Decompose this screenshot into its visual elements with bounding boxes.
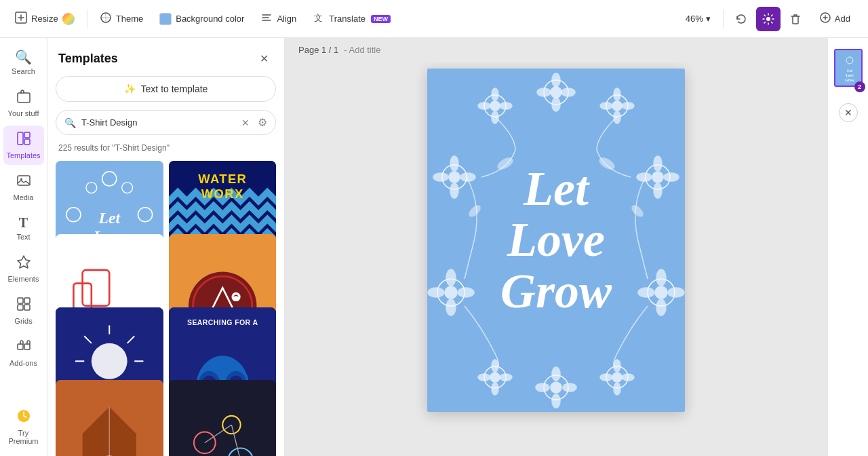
svg-point-88 bbox=[612, 101, 622, 111]
sidebar-item-your-stuff[interactable]: Your stuff bbox=[3, 83, 44, 123]
align-label: Align bbox=[277, 14, 296, 24]
svg-point-131 bbox=[552, 367, 560, 381]
svg-point-115 bbox=[638, 288, 654, 297]
sidebar-item-search[interactable]: 🔍 Search bbox=[3, 43, 44, 81]
text-to-template-button[interactable]: ✨ Text to template bbox=[56, 76, 276, 102]
svg-point-128 bbox=[622, 374, 634, 381]
search-bar: 🔍 ✕ ⚙ bbox=[56, 110, 276, 135]
page-info: Page 1 / 1 bbox=[298, 45, 338, 55]
svg-point-134 bbox=[563, 383, 576, 392]
search-icon: 🔍 bbox=[15, 49, 32, 65]
svg-text:SEARCHING FOR A: SEARCHING FOR A bbox=[186, 318, 258, 326]
svg-point-106 bbox=[652, 172, 663, 183]
templates-grid: Let Love Grow WATER WORX bbox=[47, 158, 284, 456]
sidebar-item-add-ons[interactable]: Add-ons bbox=[3, 333, 44, 373]
translate-label: Translate bbox=[329, 14, 366, 24]
sidebar-item-elements[interactable]: Elements bbox=[3, 249, 44, 288]
sidebar-item-templates[interactable]: Templates bbox=[3, 126, 44, 165]
add-button[interactable]: Add bbox=[810, 8, 860, 29]
translate-button[interactable]: 文 Translate NEW bbox=[306, 7, 397, 30]
panel-header: Templates ✕ bbox=[47, 38, 284, 76]
svg-point-138 bbox=[630, 204, 644, 218]
svg-point-53 bbox=[92, 343, 127, 379]
template-card-orange[interactable] bbox=[56, 380, 163, 456]
text-to-template-label: Text to template bbox=[141, 83, 208, 94]
svg-point-108 bbox=[654, 183, 662, 198]
new-badge: NEW bbox=[371, 15, 391, 23]
toolbar: Resize Theme Background color Align 文 Tr… bbox=[0, 0, 868, 38]
svg-rect-8 bbox=[18, 93, 30, 102]
sidebar-item-premium[interactable]: Try Premium bbox=[3, 403, 44, 451]
zoom-level: 46% bbox=[686, 14, 703, 24]
svg-text:文: 文 bbox=[314, 13, 323, 23]
svg-point-137 bbox=[467, 204, 481, 218]
svg-point-122 bbox=[500, 374, 512, 381]
sidebar-item-text[interactable]: T Text bbox=[3, 210, 44, 246]
sidebar-item-grids[interactable]: Grids bbox=[3, 291, 44, 330]
theme-label: Theme bbox=[116, 14, 143, 24]
panel-title: Templates bbox=[58, 52, 118, 66]
align-icon bbox=[260, 12, 273, 26]
resize-icon-circle bbox=[62, 13, 75, 25]
svg-point-76 bbox=[551, 87, 561, 98]
svg-point-113 bbox=[656, 269, 666, 286]
svg-point-107 bbox=[654, 156, 662, 171]
page-thumb-number: 2 bbox=[854, 81, 865, 92]
svg-point-82 bbox=[490, 101, 500, 111]
right-panel: Let Love Grow 2 ✕ bbox=[827, 38, 868, 456]
svg-rect-11 bbox=[24, 139, 30, 145]
svg-point-133 bbox=[536, 383, 549, 392]
panel-close-button[interactable]: ✕ bbox=[254, 49, 273, 68]
resize-label: Resize bbox=[31, 14, 58, 24]
templates-panel: Templates ✕ ✨ Text to template 🔍 ✕ ⚙ 225… bbox=[47, 38, 285, 456]
resize-button[interactable]: Resize bbox=[8, 7, 81, 30]
page-label: Page 1 / 1 - Add title bbox=[285, 38, 827, 62]
trash-button[interactable] bbox=[783, 7, 808, 31]
svg-rect-9 bbox=[18, 132, 23, 145]
svg-rect-70 bbox=[169, 380, 276, 456]
svg-point-97 bbox=[433, 173, 448, 181]
svg-point-102 bbox=[446, 299, 456, 316]
svg-rect-10 bbox=[24, 132, 30, 138]
canvas-page[interactable]: Let Love Grow bbox=[427, 69, 685, 412]
bg-color-button[interactable]: Background color bbox=[153, 9, 251, 29]
svg-point-132 bbox=[552, 394, 560, 408]
svg-point-77 bbox=[552, 73, 560, 87]
svg-point-94 bbox=[449, 172, 460, 183]
theme-button[interactable]: Theme bbox=[93, 7, 150, 30]
toolbar-divider-2 bbox=[723, 10, 724, 28]
grids-icon bbox=[16, 297, 31, 315]
close-right-panel-button[interactable]: ✕ bbox=[839, 103, 858, 122]
svg-rect-19 bbox=[18, 344, 23, 349]
svg-rect-15 bbox=[18, 298, 23, 303]
svg-rect-16 bbox=[24, 298, 30, 303]
svg-text:Love: Love bbox=[845, 73, 854, 77]
zoom-control[interactable]: 46% ▾ bbox=[679, 10, 717, 28]
svg-text:Let: Let bbox=[846, 69, 852, 73]
sidebar-item-media[interactable]: Media bbox=[3, 168, 44, 207]
svg-point-85 bbox=[478, 102, 490, 109]
svg-point-101 bbox=[446, 269, 456, 286]
svg-point-79 bbox=[537, 88, 551, 96]
canvas-area: Page 1 / 1 - Add title bbox=[285, 38, 827, 456]
add-ons-icon bbox=[16, 339, 31, 357]
svg-point-110 bbox=[664, 173, 679, 181]
add-title[interactable]: - Add title bbox=[344, 45, 380, 55]
svg-text:Grow: Grow bbox=[845, 78, 855, 82]
svg-point-89 bbox=[614, 88, 620, 100]
settings-button[interactable] bbox=[756, 7, 781, 31]
undo-button[interactable] bbox=[729, 7, 753, 31]
template-card-dark[interactable] bbox=[169, 380, 277, 456]
svg-point-120 bbox=[492, 383, 498, 395]
svg-point-114 bbox=[656, 299, 666, 316]
svg-point-50 bbox=[231, 292, 240, 301]
svg-point-78 bbox=[552, 98, 560, 111]
filter-button[interactable]: ⚙ bbox=[258, 116, 267, 129]
search-clear-button[interactable]: ✕ bbox=[241, 117, 250, 128]
plus-icon bbox=[820, 12, 831, 25]
text-icon: T bbox=[19, 215, 28, 231]
svg-point-6 bbox=[766, 17, 770, 21]
search-input[interactable] bbox=[81, 117, 236, 128]
align-button[interactable]: Align bbox=[254, 7, 303, 30]
chevron-down-icon: ▾ bbox=[706, 14, 711, 24]
